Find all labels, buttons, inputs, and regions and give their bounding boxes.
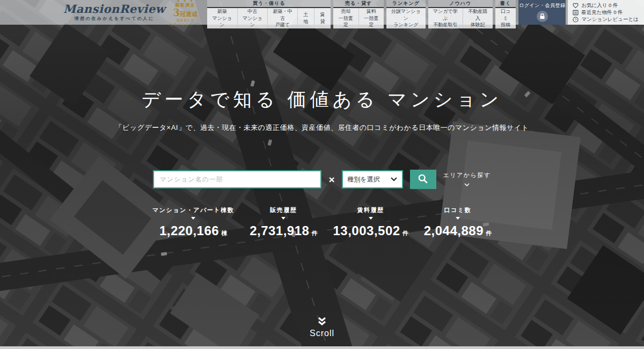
history-icon [572,10,579,16]
stat-unit: 棟 [221,229,227,237]
badge-line2-text: 冠達成 [180,11,197,17]
search-bar: × 種別を選択 エリアから探す [0,170,644,189]
nav-item-rental[interactable]: 賃貸 [314,8,331,28]
hero-section: MansionReview 理想の住みかえをすべての人に ★ ★ ★ 顧客満足 … [0,0,644,349]
stats-row: マンション・アパート棟数 1,220,166棟 販売履歴 2,731,918件 … [152,206,492,238]
nav-group-knowhow: ノウハウ マンガで学ぶ 不動産取引 不動産購入 体験記 [428,0,493,25]
type-select-value: 種別を選択 [348,175,380,184]
chevron-down-icon [464,181,470,187]
utility-panel: お気に入り 0 件 最近見た物件 0 件 ? マンションレビューとは [568,0,644,25]
favorites-link[interactable]: お気に入り 0 件 [572,2,639,9]
double-chevron-down-icon [317,317,327,328]
logo-text: MansionReview [63,3,165,14]
stat-value: 2,731,918 [250,223,309,238]
search-button[interactable] [410,170,436,189]
triangle-down-icon [281,217,286,220]
recently-viewed-label: 最近見た物件 0 件 [581,9,623,16]
search-icon [418,173,428,186]
mansion-name-input[interactable] [153,170,321,188]
scroll-label: Scroll [310,329,334,338]
triangle-down-icon [369,217,373,220]
about-label: マンションレビューとは [581,16,639,23]
chevron-down-icon [391,176,397,183]
svg-text:?: ? [574,18,576,21]
triangle-down-icon [191,217,195,220]
question-icon: ? [572,17,579,23]
badge-sub1: 調査委託先 [167,19,203,22]
nav-item-review-post[interactable]: 口コミ 投稿 [495,8,516,28]
nav-group-label: 売る・貸す [333,0,384,7]
nav-item-new-mansion[interactable]: 新築 マンション [207,8,237,28]
badge-line2: 3冠達成 [167,8,203,18]
about-link[interactable]: ? マンションレビューとは [572,16,639,23]
triangle-down-icon [456,217,460,220]
login-button-label: ログイン・会員登録 [519,2,565,9]
stat-rent-history: 賃料履歴 13,003,502件 [333,206,408,238]
stat-unit: 件 [486,229,492,237]
stat-unit: 件 [311,229,317,237]
search-separator: × [328,174,334,185]
nav-group-label: ランキング [386,0,426,7]
nav-item-new-used-house[interactable]: 新築・中古 戸建て [267,8,297,28]
nav-group-ranking: ランキング 分譲マンション ランキング [386,0,426,25]
nav-group-label: 買う・借りる [207,0,331,7]
hero-title: データで知る 価値ある マンション [0,87,644,112]
stat-review-count: 口コミ数 2,044,889件 [424,206,492,238]
nav-group-sell-lease: 売る・貸す 売却 一括査定 賃料 一括査定 [333,0,384,25]
area-search-label: エリアから探す [443,171,491,179]
award-badge: ★ ★ ★ 顧客満足 3冠達成 調査委託先 ゼネラルリサーチ [167,0,203,26]
hero-subtitle: 「ビッグデータ×AI」で、過去・現在・未来の適正価格、資産価値、居住者の口コミが… [0,123,644,133]
stat-label: 口コミ数 [444,206,472,214]
nav-item-used-mansion[interactable]: 中古 マンション [237,8,267,28]
stat-unit: 件 [402,229,408,237]
stat-value: 2,044,889 [424,223,484,238]
nav-group-label: 書く [495,0,516,7]
stat-value: 13,003,502 [333,223,400,238]
login-register-button[interactable]: ログイン・会員登録 [518,0,566,25]
stat-sales-history: 販売履歴 2,731,918件 [250,206,317,238]
site-logo[interactable]: MansionReview 理想の住みかえをすべての人に [63,3,165,21]
lock-icon [537,11,548,22]
area-search-link[interactable]: エリアから探す [443,171,491,187]
nav-group-write: 書く 口コミ 投稿 [495,0,516,25]
badge-line1: 顧客満足 [167,3,203,8]
nav-item-land[interactable]: 土地 [297,8,314,28]
nav-item-mansion-ranking[interactable]: 分譲マンション ランキング [386,8,426,28]
main-nav: 買う・借りる 新築 マンション 中古 マンション 新築・中古 戸建て 土地 賃貸… [207,0,516,25]
next-section-edge [0,346,644,349]
nav-item-rent-bulk-assessment[interactable]: 賃料 一括査定 [358,8,384,28]
nav-group-label: ノウハウ [428,0,493,7]
stat-building-count: マンション・アパート棟数 1,220,166棟 [152,206,234,238]
site-header: MansionReview 理想の住みかえをすべての人に ★ ★ ★ 顧客満足 … [0,0,644,25]
type-select[interactable]: 種別を選択 [342,170,403,188]
nav-item-purchase-experience[interactable]: 不動産購入 体験記 [463,8,493,28]
nav-group-buy-rent: 買う・借りる 新築 マンション 中古 マンション 新築・中古 戸建て 土地 賃貸 [207,0,331,25]
stat-label: 販売履歴 [270,206,297,214]
scroll-indicator[interactable]: Scroll [310,317,334,338]
recently-viewed-link[interactable]: 最近見た物件 0 件 [572,9,639,16]
nav-item-sale-bulk-assessment[interactable]: 売却 一括査定 [333,8,358,28]
favorites-label: お気に入り 0 件 [581,2,618,9]
heart-icon [572,3,579,9]
stat-label: 賃料履歴 [357,206,384,214]
badge-number: 3 [173,7,180,18]
nav-item-manga-real-estate[interactable]: マンガで学ぶ 不動産取引 [428,8,463,28]
badge-sub2: ゼネラルリサーチ [167,23,203,26]
stat-label: マンション・アパート棟数 [152,206,234,214]
stat-value: 1,220,166 [159,223,219,238]
logo-tagline: 理想の住みかえをすべての人に [63,16,165,21]
